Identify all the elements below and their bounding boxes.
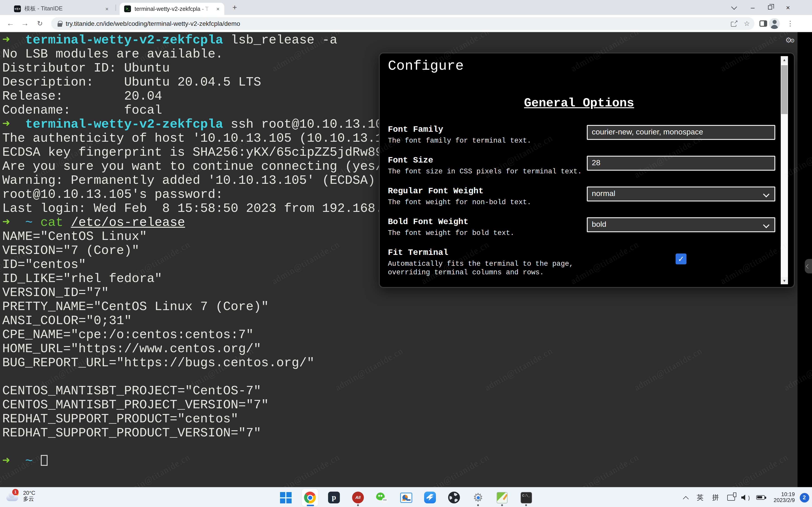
- terminal-output[interactable]: ➜ terminal-wetty-v2-zekfcpla lsb_release…: [2, 33, 391, 468]
- terminal-line: ID="centos": [2, 258, 391, 272]
- address-bar[interactable]: try.titanide.cn/ide/web/coding/terminal-…: [51, 17, 754, 30]
- dialog-title: Configure: [388, 58, 464, 74]
- terminal-line: ➜ ~: [2, 454, 391, 468]
- terminal-line: ➜ terminal-wetty-v2-zekfcpla ssh root@10…: [2, 117, 391, 131]
- taskbar-app-pc-manager[interactable]: ⚙: [469, 489, 487, 507]
- tray-time: 10:19: [781, 491, 795, 498]
- dingtalk-icon: [424, 492, 436, 503]
- font-family-input[interactable]: courier-new, courier, monospace: [587, 125, 775, 140]
- volume-icon[interactable]: [739, 488, 752, 507]
- windows-start-icon: [280, 492, 292, 503]
- fit-terminal-checkbox[interactable]: ✓: [676, 253, 687, 264]
- bold-font-weight-select[interactable]: bold: [587, 217, 775, 232]
- ime-language-button[interactable]: 英: [692, 488, 708, 507]
- taskbar-app-wechat[interactable]: [373, 489, 391, 507]
- new-tab-button[interactable]: +: [229, 2, 240, 13]
- browser-menu-icon[interactable]: ⋮: [785, 15, 795, 32]
- tray-chevron-up-icon[interactable]: [679, 488, 692, 507]
- ime-pinyin-button[interactable]: 拼: [708, 488, 723, 507]
- terminal-line: ➜ terminal-wetty-v2-zekfcpla lsb_release…: [2, 33, 391, 47]
- terminal-line: No LSB modules are available.: [2, 47, 391, 61]
- taskbar-app-dingtalk[interactable]: [421, 489, 439, 507]
- chart-app-icon: [400, 492, 412, 503]
- terminal-line: Codename: focal: [2, 103, 391, 117]
- forward-button[interactable]: →: [18, 15, 32, 32]
- tray-date: 2023/2/9: [774, 498, 795, 504]
- titanide-favicon-icon: <t>: [14, 5, 21, 12]
- wechat-icon: [376, 492, 388, 503]
- terminal-page: ⚙⚙ ➜ terminal-wetty-v2-zekfcpla lsb_rele…: [0, 32, 812, 487]
- taskbar-app-windows-start[interactable]: [277, 489, 295, 507]
- tab-search-chevron-icon[interactable]: [725, 0, 744, 15]
- terminal-line: CENTOS_MANTISBT_PROJECT="CentOS-7": [2, 384, 391, 398]
- watermark-text: admin@titanide.cn: [569, 452, 641, 487]
- taskbar-app-alist[interactable]: All: [349, 489, 367, 507]
- dialog-scrollbar[interactable]: ▲ ▼: [781, 56, 788, 284]
- obs-icon: [448, 492, 460, 503]
- terminal-line: Warning: Permanently added '10.10.13.105…: [2, 173, 391, 187]
- watermark-text: admin@titanide.cn: [632, 345, 704, 393]
- terminal-favicon-icon: >_: [124, 5, 131, 12]
- terminal-line: HOME_URL="https://www.centos.org/": [2, 342, 391, 356]
- fit-terminal-label: Fit Terminal: [388, 248, 583, 258]
- tab-titanide[interactable]: <t> 模板 - TitanIDE ×: [9, 3, 113, 15]
- tab-terminal-wetty[interactable]: >_ terminal-wetty-v2-zekfcpla - T ×: [120, 3, 224, 15]
- scroll-down-icon[interactable]: ▼: [781, 277, 788, 284]
- terminal-line: VERSION="7 (Core)": [2, 243, 391, 258]
- config-row-font-family: Font FamilyThe font family for terminal …: [388, 125, 775, 156]
- taskbar-app-notepadpp[interactable]: [494, 489, 511, 507]
- window-minimize-button[interactable]: –: [744, 0, 762, 15]
- back-button[interactable]: ←: [4, 15, 17, 32]
- terminal-line: ECDSA key fingerprint is SHA256:yKX/65ci…: [2, 145, 391, 159]
- configure-dialog: Configure General Options Font FamilyThe…: [379, 53, 795, 288]
- bookmark-star-icon[interactable]: ☆: [744, 19, 750, 27]
- regular-font-weight-description: The font weight for non-bold text.: [388, 198, 583, 207]
- taskbar-app-obs[interactable]: [445, 489, 463, 507]
- font-family-label: Font Family: [388, 125, 583, 134]
- regular-font-weight-select[interactable]: normal: [587, 186, 775, 202]
- tab-title: terminal-wetty-v2-zekfcpla - T: [135, 6, 212, 12]
- watermark-text: admin@titanide.cn: [718, 452, 790, 487]
- terminal-line: REDHAT_SUPPORT_PRODUCT_VERSION="7": [2, 426, 391, 440]
- taskbar-app-p-app[interactable]: p: [325, 489, 343, 507]
- terminal-line: root@10.10.13.105's password:: [2, 187, 391, 202]
- terminal-line: BUG_REPORT_URL="https://bugs.centos.org/…: [2, 356, 391, 370]
- tab-close-icon[interactable]: ×: [214, 5, 221, 12]
- tab-close-icon[interactable]: ×: [103, 5, 111, 12]
- battery-icon[interactable]: [752, 488, 768, 507]
- terminal-line: VERSION_ID="7": [2, 286, 391, 300]
- share-icon[interactable]: ↗: [731, 20, 738, 27]
- watermark-text: admin@titanide.cn: [483, 345, 554, 393]
- bold-font-weight-label: Bold Font Weight: [388, 217, 583, 227]
- terminal-settings-gears-icon[interactable]: ⚙⚙: [785, 36, 795, 44]
- taskbar-app-cmd[interactable]: C:\_: [517, 489, 535, 507]
- font-size-description: The font size in CSS pixels for terminal…: [388, 168, 583, 176]
- clock[interactable]: 10:19 2023/2/9: [768, 488, 797, 507]
- collapse-handle[interactable]: [805, 259, 812, 273]
- reload-button[interactable]: ↻: [33, 15, 47, 32]
- tab-divider: [115, 5, 116, 11]
- taskbar-app-chart-app[interactable]: [397, 489, 415, 507]
- font-size-input[interactable]: 28: [587, 156, 775, 171]
- window-close-button[interactable]: ×: [779, 0, 797, 15]
- profile-avatar[interactable]: [769, 18, 780, 29]
- font-size-label: Font Size: [388, 156, 583, 165]
- terminal-line: NAME="CentOS Linux": [2, 229, 391, 243]
- scrollbar-thumb[interactable]: [781, 65, 788, 114]
- terminal-line: Distributor ID: Ubuntu: [2, 61, 391, 75]
- terminal-line: ➜ ~ cat /etc/os-release: [2, 216, 391, 229]
- config-row-font-size: Font SizeThe font size in CSS pixels for…: [388, 156, 775, 186]
- terminal-line: PRETTY_NAME="CentOS Linux 7 (Core)": [2, 300, 391, 314]
- terminal-line: Release: 20.04: [2, 89, 391, 103]
- windows-taskbar: 1 20°C 多云 pAll⚙C:\_ 英 拼 10:19 2023/2/9 2: [0, 487, 812, 507]
- lock-icon[interactable]: [58, 23, 62, 26]
- taskbar-app-chrome[interactable]: [301, 489, 318, 507]
- notification-badge[interactable]: 2: [797, 488, 812, 507]
- side-panel-icon[interactable]: [759, 20, 767, 27]
- network-icon[interactable]: [723, 488, 739, 507]
- terminal-line: ID_LIKE="rhel fedora": [2, 272, 391, 286]
- pc-manager-icon: ⚙: [472, 492, 484, 503]
- window-restore-button[interactable]: [761, 0, 779, 15]
- terminal-line: Are you sure you want to continue connec…: [2, 159, 391, 173]
- scroll-up-icon[interactable]: ▲: [781, 56, 788, 63]
